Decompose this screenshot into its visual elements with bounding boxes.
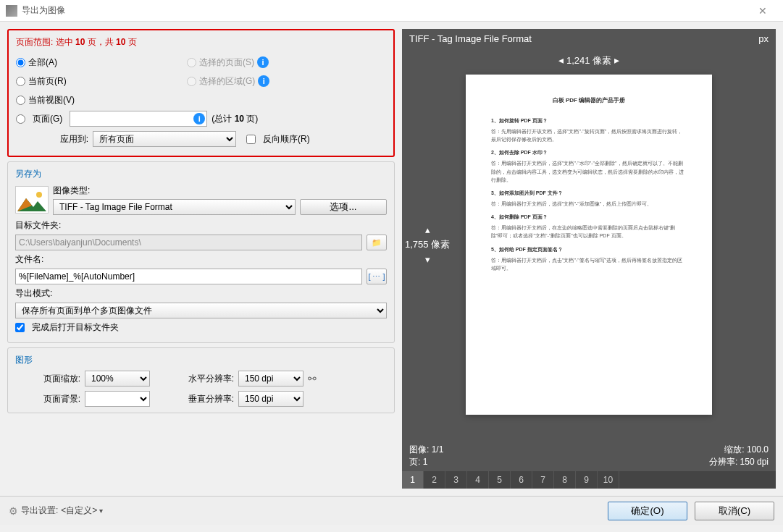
preview-panel: TIFF - Tag Image File Format px ◂ 1,241 …	[402, 29, 776, 489]
hres-select[interactable]: 150 dpi	[238, 371, 303, 387]
page-tab-6[interactable]: 6	[511, 471, 532, 489]
height-label: ▴ 1,755 像素 ▾	[405, 224, 450, 265]
filename-macro-button[interactable]: [ ⋯ ]	[367, 269, 387, 284]
page-bg-label: 页面背景:	[15, 393, 80, 405]
export-mode-label: 导出模式:	[15, 287, 387, 300]
options-button[interactable]: 选项...	[300, 199, 387, 215]
vres-select[interactable]: 150 dpi	[238, 391, 303, 407]
graphics-title: 图形	[15, 354, 387, 366]
image-type-select[interactable]: TIFF - Tag Image File Format	[53, 199, 296, 215]
radio-selected-area[interactable]	[187, 77, 196, 86]
reverse-checkbox[interactable]	[246, 135, 256, 144]
bottom-bar: ⚙ 导出设置: <自定义> 确定(O) 取消(C)	[0, 496, 783, 525]
graphics-group: 图形 页面缩放: 100% 水平分辨率: 150 dpi ⚯ 页面背景: 垂直分…	[7, 347, 395, 413]
app-icon	[6, 5, 17, 17]
image-type-label: 图像类型:	[53, 185, 387, 197]
apply-to-label: 应用到:	[16, 133, 88, 145]
preview-page: 白板 PDF 编辑器的产品手册 1、如何旋转 PDF 页面？答：先用编辑器打开该…	[466, 75, 712, 415]
save-as-group: 另存为 图像类型: TIFF - Tag Image File Format 选…	[7, 161, 395, 343]
radio-all[interactable]	[16, 58, 25, 67]
browse-folder-button[interactable]: 📁	[367, 235, 387, 250]
page-tab-8[interactable]: 8	[554, 471, 576, 489]
page-tab-5[interactable]: 5	[489, 471, 511, 489]
open-after-checkbox[interactable]	[15, 323, 25, 332]
page-zoom-select[interactable]: 100%	[85, 371, 150, 387]
page-tab-3[interactable]: 3	[445, 471, 467, 489]
gear-icon: ⚙	[9, 505, 18, 517]
target-folder-input[interactable]	[15, 235, 362, 250]
link-icon[interactable]: ⚯	[308, 371, 321, 387]
vres-label: 垂直分辨率:	[154, 393, 234, 405]
info-icon[interactable]: i	[257, 56, 269, 68]
page-tab-1[interactable]: 1	[402, 471, 424, 489]
pages-input[interactable]	[70, 111, 207, 127]
page-range-group: 页面范围: 选中 10 页，共 10 页 全部(A) 选择的页面(S)i 当前页…	[7, 29, 395, 157]
info-icon[interactable]: i	[258, 75, 269, 87]
window-title: 导出为图像	[22, 4, 748, 17]
radio-pages[interactable]	[16, 114, 25, 124]
save-as-title: 另存为	[15, 168, 387, 180]
page-tab-7[interactable]: 7	[532, 471, 554, 489]
image-type-icon	[15, 186, 49, 214]
apply-to-select[interactable]: 所有页面	[93, 131, 236, 147]
page-bg-select[interactable]	[85, 391, 150, 407]
page-tabs: 1 2 3 4 5 6 7 8 9 10	[402, 471, 776, 489]
target-folder-label: 目标文件夹:	[15, 219, 387, 232]
radio-selected-pages[interactable]	[187, 58, 196, 67]
ok-button[interactable]: 确定(O)	[608, 502, 687, 520]
page-range-title: 页面范围: 选中 10 页，共 10 页	[16, 36, 386, 48]
page-tab-9[interactable]: 9	[576, 471, 598, 489]
page-zoom-label: 页面缩放:	[15, 373, 80, 385]
page-tab-10[interactable]: 10	[598, 471, 619, 489]
preview-header: TIFF - Tag Image File Format px	[402, 29, 776, 48]
cancel-button[interactable]: 取消(C)	[695, 502, 774, 520]
radio-current[interactable]	[16, 77, 25, 86]
radio-current-view[interactable]	[16, 96, 25, 105]
hres-label: 水平分辨率:	[154, 373, 234, 385]
export-settings[interactable]: ⚙ 导出设置: <自定义>	[9, 504, 600, 517]
page-tab-2[interactable]: 2	[424, 471, 445, 489]
close-button[interactable]: ✕	[748, 5, 777, 17]
preview-footer: 图像: 1/1 页: 1 缩放: 100.0 分辨率: 150 dpi	[402, 441, 776, 471]
page-tab-4[interactable]: 4	[467, 471, 489, 489]
export-mode-select[interactable]: 保存所有页面到单个多页图像文件	[15, 303, 387, 318]
width-label: ◂ 1,241 像素 ▸	[402, 54, 776, 67]
titlebar: 导出为图像 ✕	[0, 0, 783, 22]
filename-input[interactable]	[15, 269, 362, 284]
filename-label: 文件名:	[15, 253, 387, 266]
svg-point-3	[36, 192, 42, 198]
